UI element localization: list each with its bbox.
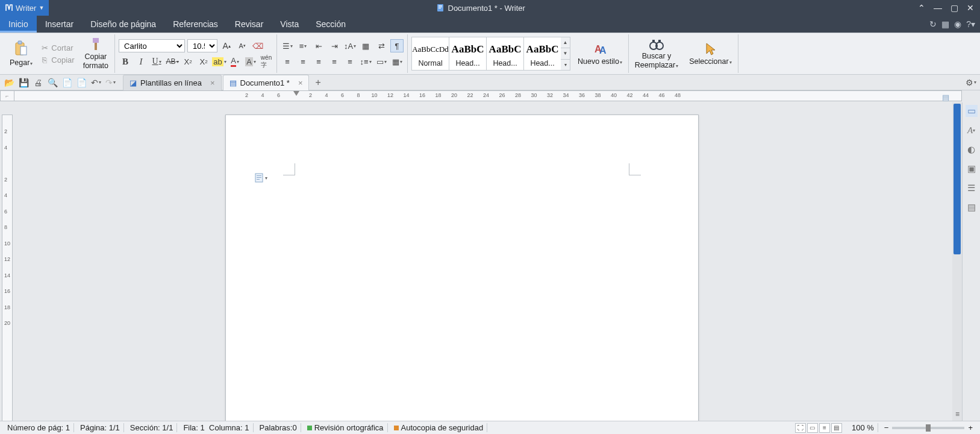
vertical-scrollbar[interactable] (952, 102, 962, 421)
menu-referencias[interactable]: Referencias (164, 16, 226, 33)
zoom-knob[interactable] (926, 424, 931, 432)
shrink-font-button[interactable]: A▾ (236, 39, 249, 52)
page[interactable]: ▾ (225, 115, 699, 421)
sync-icon[interactable]: ↻ (929, 19, 937, 29)
style-heading-1[interactable]: AaBbC Head... (449, 37, 486, 71)
open-button[interactable]: 📂 (4, 77, 14, 88)
subscript-button[interactable]: X2 (197, 55, 210, 68)
cut-button[interactable]: ✂ Cortar (39, 42, 75, 53)
numbering-button[interactable]: ≡▾ (296, 39, 310, 52)
styles-scroll-up[interactable]: ▲ (561, 37, 570, 48)
view-fullscreen-button[interactable]: ⛶ (795, 423, 806, 433)
scrollbar-thumb[interactable] (953, 104, 961, 254)
status-zoom-label[interactable]: 100 % (848, 423, 878, 432)
print-preview-button[interactable]: 🔍 (47, 77, 58, 88)
help-icon[interactable]: ?▾ (966, 19, 975, 29)
status-section[interactable]: Sección: 1/1 (126, 423, 178, 432)
align-justify-button[interactable]: ≡ (328, 55, 341, 68)
status-page-number[interactable]: Número de pág: 1 (4, 423, 74, 432)
vertical-ruler[interactable]: 422468101214161820 (0, 102, 14, 421)
find-replace-button[interactable]: Buscar y Reemplazar▾ (632, 37, 681, 70)
view-print-layout-button[interactable]: ▭ (807, 423, 818, 433)
format-painter-button[interactable]: Copiar formato (81, 37, 111, 71)
collapse-ribbon-icon[interactable]: ⌃ (918, 3, 925, 13)
underline-button[interactable]: U▾ (150, 55, 163, 68)
grow-font-button[interactable]: A▴ (220, 39, 233, 52)
tab-close-icon[interactable]: × (210, 78, 215, 87)
clear-format-button[interactable]: ⌫ (251, 39, 264, 52)
canvas[interactable]: ▾ (14, 102, 962, 421)
ruler-toggle-icon[interactable]: ▤ (940, 92, 951, 102)
doc-info-icon[interactable]: ▦ (941, 19, 949, 29)
sidepanel-navigator-icon[interactable]: ☰ (966, 182, 978, 194)
menu-revisar[interactable]: Revisar (226, 16, 272, 33)
tab-templates[interactable]: ◪ Plantillas en línea × (123, 75, 222, 90)
align-distribute-button[interactable]: ≡ (343, 55, 357, 68)
style-heading-2[interactable]: AaBbC Head... (486, 37, 523, 71)
char-shading-button[interactable]: A▾ (244, 55, 257, 68)
phonetic-guide-button[interactable]: wén字 (260, 55, 273, 68)
sidepanel-character-icon[interactable]: A▾ (966, 124, 978, 136)
menu-inicio[interactable]: Inicio (0, 16, 37, 33)
style-heading-3[interactable]: AaBbC Head... (523, 37, 561, 71)
font-color-button[interactable]: A▾ (228, 55, 242, 68)
redo-small-button[interactable]: 📄 (76, 77, 87, 88)
paste-button[interactable]: Pegar▾ (7, 40, 35, 68)
field-insert-hint[interactable]: ▾ (255, 173, 267, 183)
sidepanel-shape-icon[interactable]: ◐ (966, 143, 978, 156)
bullets-button[interactable]: ☰▾ (281, 39, 294, 52)
horizontal-ruler[interactable]: 6422468101214161820222426283032343638404… (14, 90, 962, 101)
decrease-indent-button[interactable]: ⇤ (312, 39, 325, 52)
undo-button[interactable]: ↶▾ (90, 77, 101, 88)
status-spellcheck[interactable]: Revisión ortográfica (304, 423, 388, 432)
align-right-button[interactable]: ≡ (312, 55, 325, 68)
styles-expand[interactable]: ▾ (561, 60, 570, 70)
status-autosave[interactable]: Autocopia de seguridad (390, 423, 488, 432)
font-size-select[interactable]: 10.5 (187, 39, 217, 52)
bold-button[interactable]: B (119, 55, 132, 68)
strikethrough-button[interactable]: AB▾ (166, 55, 179, 68)
borders-button[interactable]: ▦▾ (390, 55, 404, 68)
sidepanel-gallery-icon[interactable]: ▤ (966, 201, 978, 213)
show-marks-button[interactable]: ¶ (390, 39, 404, 52)
zoom-in-button[interactable]: + (968, 423, 973, 432)
print-button[interactable]: 🖨 (33, 77, 43, 88)
status-row-col[interactable]: Fila: 1 Columna: 1 (179, 423, 253, 432)
window-maximize-icon[interactable]: ▢ (950, 3, 958, 13)
text-direction-button[interactable]: ↕A▾ (343, 39, 357, 52)
italic-button[interactable]: I (134, 55, 148, 68)
export-pdf-button[interactable]: 📄 (61, 77, 72, 88)
status-words[interactable]: Palabras:0 (256, 423, 301, 432)
toolbar-options-button[interactable]: ⚙▾ (966, 77, 976, 88)
menu-insertar[interactable]: Insertar (37, 16, 82, 33)
sidepanel-clip-icon[interactable]: ▣ (966, 163, 978, 175)
insert-table-button[interactable]: ▦ (359, 39, 372, 52)
view-web-layout-button[interactable]: ▤ (831, 423, 842, 433)
align-left-button[interactable]: ≡ (281, 55, 294, 68)
new-tab-button[interactable]: + (310, 75, 325, 90)
panel-toggle-button[interactable]: ≡ (955, 410, 960, 418)
align-center-button[interactable]: ≡ (296, 55, 310, 68)
menu-diseno[interactable]: Diseño de página (82, 16, 164, 33)
style-normal[interactable]: AaBbCcDd Normal (411, 37, 449, 71)
tab-document1[interactable]: ▤ Documento1 * × (223, 75, 310, 90)
font-name-select[interactable]: Carlito (119, 39, 185, 52)
sidepanel-page-icon[interactable]: ▭ (966, 105, 978, 117)
tab-settings-button[interactable]: ⇄ (375, 39, 388, 52)
styles-scroll-down[interactable]: ▼ (561, 48, 570, 59)
redo-button[interactable]: ↷▾ (105, 77, 116, 88)
highlight-button[interactable]: ab▾ (213, 55, 226, 68)
skin-icon[interactable]: ◉ (954, 19, 961, 29)
new-style-button[interactable]: AA Nuevo estilo▾ (575, 42, 625, 66)
menu-seccion[interactable]: Sección (307, 16, 354, 33)
view-outline-button[interactable]: ≡ (819, 423, 830, 433)
increase-indent-button[interactable]: ⇥ (328, 39, 341, 52)
select-button[interactable]: Seleccionar▾ (687, 42, 734, 66)
window-minimize-icon[interactable]: — (934, 3, 942, 13)
zoom-track[interactable] (892, 427, 964, 429)
tab-close-icon[interactable]: × (298, 78, 303, 87)
copy-button[interactable]: ⎘ Copiar (39, 54, 75, 65)
zoom-slider[interactable]: − + (881, 423, 976, 432)
window-close-icon[interactable]: ✕ (967, 3, 974, 13)
menu-vista[interactable]: Vista (272, 16, 307, 33)
